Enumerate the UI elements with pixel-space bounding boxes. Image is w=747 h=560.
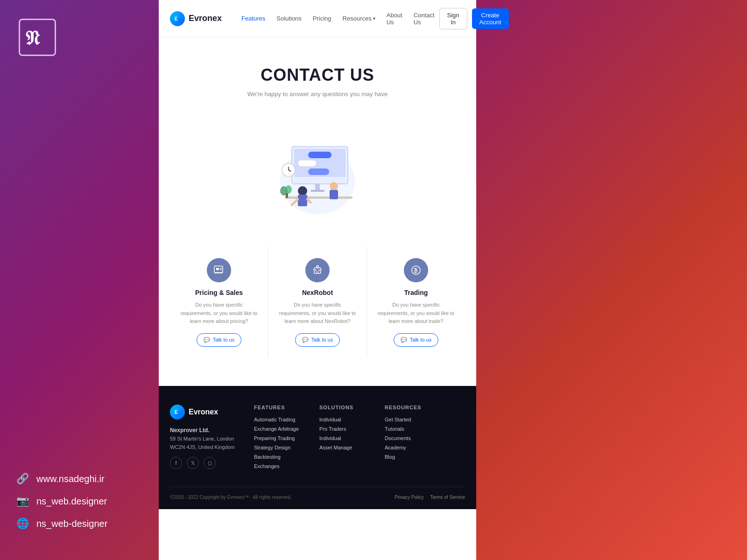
svg-rect-9 bbox=[315, 184, 320, 191]
footer-solutions-col: SOLUTIONS Individual Pro Traders Individ… bbox=[319, 405, 366, 473]
footer-individual[interactable]: Individual bbox=[319, 417, 366, 422]
nav-features[interactable]: Features bbox=[237, 12, 270, 25]
footer-logo-circle: E bbox=[170, 405, 185, 420]
website-link-item[interactable]: 🔗 www.nsadeghi.ir bbox=[14, 470, 107, 487]
footer-social: f 𝕏 ◻ bbox=[170, 457, 235, 469]
nav-about[interactable]: About Us bbox=[382, 9, 407, 28]
footer-tutorials[interactable]: Tutorials bbox=[385, 426, 431, 432]
nav-resources[interactable]: Resources bbox=[338, 12, 380, 25]
create-account-button[interactable]: Create Account bbox=[472, 8, 509, 29]
footer-pro-traders[interactable]: Pro Traders bbox=[319, 426, 366, 432]
bottom-left-info: 🔗 www.nsadeghi.ir 📷 ns_web.designer 🌐 ns… bbox=[14, 470, 107, 532]
illustration-area bbox=[159, 116, 476, 238]
page-title: CONTACT US bbox=[170, 65, 465, 85]
footer-resources-col: RESOURCES Get Started Tutorials Document… bbox=[385, 405, 431, 473]
instagram-icon-1: 📷 bbox=[14, 493, 31, 510]
copyright-text: ©2020 - 2022 Copyright by Evronex™ - All… bbox=[170, 495, 291, 500]
svg-rect-26 bbox=[216, 268, 219, 270]
footer-brand: E Evronex Nexprover Ltd. 59 St Martin's … bbox=[170, 405, 235, 473]
facebook-icon[interactable]: f bbox=[170, 457, 182, 469]
footer-brand-name: Evronex bbox=[189, 408, 218, 416]
privacy-policy-link[interactable]: Privacy Policy bbox=[395, 495, 423, 500]
features-col-title: FEATURES bbox=[254, 405, 301, 410]
footer-company: Nexprover Ltd. 59 St Martin's Lane, Lond… bbox=[170, 426, 235, 451]
talk-icon-1: 💬 bbox=[204, 337, 210, 343]
svg-point-20 bbox=[285, 185, 292, 194]
nav-solutions[interactable]: Solutions bbox=[272, 12, 306, 25]
svg-text:E: E bbox=[175, 410, 178, 415]
footer-legal: Privacy Policy Terms of Service bbox=[395, 495, 465, 500]
resources-col-title: RESOURCES bbox=[385, 405, 431, 410]
footer: E Evronex Nexprover Ltd. 59 St Martin's … bbox=[159, 386, 476, 509]
pricing-icon bbox=[207, 258, 231, 282]
trading-card: ₿ Trading Do you have specific requireme… bbox=[367, 247, 465, 358]
pricing-talk-button[interactable]: 💬 Talk to us bbox=[197, 333, 241, 347]
svg-rect-6 bbox=[308, 152, 331, 158]
nexrobot-talk-label: Talk to us bbox=[311, 337, 333, 343]
footer-blog[interactable]: Blog bbox=[385, 454, 431, 460]
footer-documents[interactable]: Documents bbox=[385, 435, 431, 441]
svg-text:E: E bbox=[175, 16, 178, 21]
terms-link[interactable]: Terms of Service bbox=[430, 495, 465, 500]
nexrobot-card-title: NexRobot bbox=[278, 289, 357, 296]
pricing-talk-label: Talk to us bbox=[213, 337, 234, 343]
instagram1-item[interactable]: 📷 ns_web.designer bbox=[14, 493, 107, 510]
footer-brand-logo: E Evronex bbox=[170, 405, 235, 420]
signin-button[interactable]: Sign In bbox=[439, 8, 467, 29]
footer-strategy[interactable]: Strategy Design bbox=[254, 445, 301, 450]
instagram1-label: ns_web.designer bbox=[36, 496, 107, 507]
footer-backtesting[interactable]: Backtesting bbox=[254, 454, 301, 460]
hero-section: CONTACT US We're happy to answer any que… bbox=[159, 37, 476, 116]
svg-point-31 bbox=[317, 266, 318, 267]
talk-icon-3: 💬 bbox=[401, 337, 407, 343]
brand-logo-circle: E bbox=[170, 11, 185, 26]
svg-point-16 bbox=[330, 182, 338, 190]
twitter-icon[interactable]: 𝕏 bbox=[187, 457, 199, 469]
footer-exchanges[interactable]: Exchanges bbox=[254, 463, 301, 469]
footer-preparing-trading[interactable]: Preparing Trading bbox=[254, 435, 301, 441]
pricing-card: Pricing & Sales Do you have specific req… bbox=[170, 247, 268, 358]
footer-academy[interactable]: Academy bbox=[385, 445, 431, 450]
svg-rect-8 bbox=[308, 168, 329, 175]
svg-rect-7 bbox=[298, 160, 317, 167]
svg-rect-10 bbox=[310, 190, 324, 192]
footer-company-name: Nexprover Ltd. bbox=[170, 427, 210, 434]
footer-top: E Evronex Nexprover Ltd. 59 St Martin's … bbox=[170, 405, 465, 473]
svg-point-34 bbox=[318, 270, 320, 271]
nav-pricing[interactable]: Pricing bbox=[308, 12, 336, 25]
svg-text:𝔑: 𝔑 bbox=[26, 28, 40, 49]
trading-talk-button[interactable]: 💬 Talk to us bbox=[394, 333, 438, 347]
navbar: E Evronex Features Solutions Pricing Res… bbox=[159, 0, 476, 37]
nexrobot-talk-button[interactable]: 💬 Talk to us bbox=[295, 333, 340, 347]
footer-individual-2[interactable]: Individual bbox=[319, 435, 366, 441]
talk-icon-2: 💬 bbox=[302, 337, 309, 343]
footer-get-started[interactable]: Get Started bbox=[385, 417, 431, 422]
nexrobot-card-desc: Do you have specific requirements, or yo… bbox=[278, 301, 357, 326]
footer-features-col: FEATURES Automatic Trading Exchange Arbi… bbox=[254, 405, 301, 473]
nexrobot-card: NexRobot Do you have specific requiremen… bbox=[268, 247, 367, 358]
svg-point-12 bbox=[298, 186, 307, 196]
footer-exchange-arb[interactable]: Exchange Arbitrage bbox=[254, 426, 301, 432]
cards-section: Pricing & Sales Do you have specific req… bbox=[159, 238, 476, 386]
footer-auto-trading[interactable]: Automatic Trading bbox=[254, 417, 301, 422]
svg-rect-17 bbox=[330, 190, 338, 199]
page-subtitle: We're happy to answer any questions you … bbox=[170, 91, 465, 98]
contact-illustration bbox=[266, 126, 369, 219]
footer-asset-manage[interactable]: Asset Manage bbox=[319, 445, 366, 450]
trading-icon: ₿ bbox=[404, 258, 428, 282]
instagram2-item[interactable]: 🌐 ns_web-designer bbox=[14, 515, 107, 532]
instagram2-label: ns_web-designer bbox=[36, 518, 107, 529]
svg-text:₿: ₿ bbox=[414, 267, 417, 274]
footer-address: 59 St Martin's Lane, LondonWC2N 4JS, Uni… bbox=[170, 436, 235, 450]
nav-contact[interactable]: Contact Us bbox=[409, 9, 439, 28]
svg-rect-11 bbox=[285, 196, 352, 199]
main-container: E Evronex Features Solutions Pricing Res… bbox=[159, 0, 476, 560]
nav-actions: Sign In Create Account bbox=[439, 8, 509, 29]
solutions-col-title: SOLUTIONS bbox=[319, 405, 366, 410]
navbar-brand[interactable]: E Evronex bbox=[170, 11, 222, 26]
left-logo-container: 𝔑 bbox=[19, 19, 56, 56]
trading-card-title: Trading bbox=[376, 289, 456, 296]
nav-links: Features Solutions Pricing Resources Abo… bbox=[237, 9, 439, 28]
instagram-footer-icon[interactable]: ◻ bbox=[204, 457, 216, 469]
pricing-card-desc: Do you have specific requirements, or yo… bbox=[179, 301, 259, 326]
